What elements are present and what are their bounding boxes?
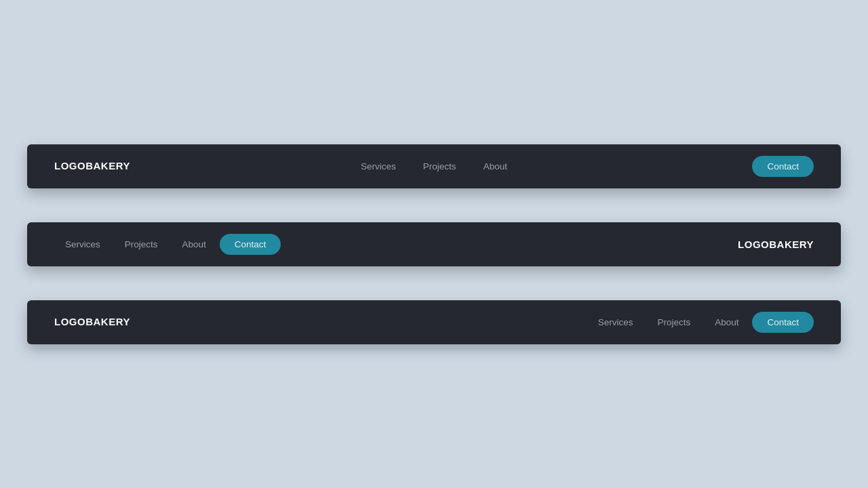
navbar-2: Services Projects About Contact LOGOBAKE… — [27, 222, 841, 266]
nav-link-services-1[interactable]: Services — [350, 157, 407, 176]
contact-button-1[interactable]: Contact — [752, 156, 814, 177]
nav-links-3-container: Services Projects About Contact — [587, 312, 814, 333]
logo-2[interactable]: LOGOBAKERY — [738, 239, 814, 250]
nav-link-about-2[interactable]: About — [172, 235, 217, 253]
nav-link-services-3[interactable]: Services — [587, 313, 644, 331]
nav-link-services-2[interactable]: Services — [54, 235, 111, 253]
contact-button-3[interactable]: Contact — [752, 312, 814, 333]
navbar-1: LOGOBAKERY Services Projects About Conta… — [27, 144, 841, 188]
nav-link-about-3[interactable]: About — [704, 313, 749, 331]
nav-link-about-1[interactable]: About — [473, 157, 518, 176]
logo-3[interactable]: LOGOBAKERY — [54, 316, 130, 327]
nav-link-projects-2[interactable]: Projects — [114, 235, 169, 253]
nav-links-2-container: Services Projects About Contact — [54, 234, 281, 255]
nav-links-1: Services Projects About — [350, 157, 518, 176]
contact-button-2[interactable]: Contact — [220, 234, 281, 255]
nav-link-projects-3[interactable]: Projects — [646, 313, 701, 331]
logo-1[interactable]: LOGOBAKERY — [54, 160, 130, 171]
navbar-3: LOGOBAKERY Services Projects About Conta… — [27, 300, 841, 344]
nav-link-projects-1[interactable]: Projects — [412, 157, 467, 176]
